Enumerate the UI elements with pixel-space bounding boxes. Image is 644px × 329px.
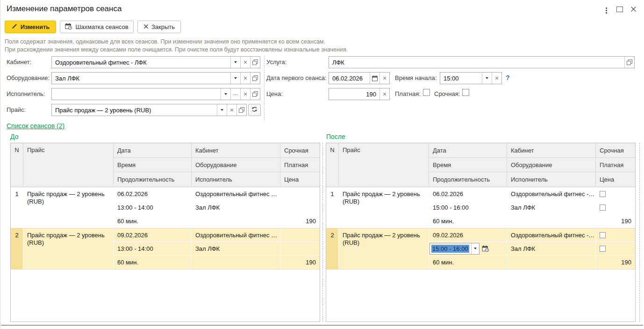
cell-equipment[interactable]: Зал ЛФК (507, 201, 596, 214)
paid-checkbox[interactable] (600, 205, 606, 211)
dropdown-icon[interactable] (471, 243, 479, 254)
equipment-value[interactable]: Зал ЛФК (52, 73, 230, 84)
cell-performer[interactable] (507, 214, 596, 228)
selected-text[interactable]: 15:00 - 16:00 (431, 245, 469, 253)
cell-urgent[interactable] (280, 187, 320, 201)
cell-row-number[interactable]: 1 (326, 187, 339, 228)
clear-icon[interactable]: × (492, 73, 501, 84)
cell-performer[interactable] (507, 256, 596, 269)
cell-row-number[interactable]: 1 (11, 187, 23, 228)
close-window-icon[interactable] (630, 6, 637, 13)
clear-icon[interactable]: × (240, 57, 250, 68)
cell-date[interactable]: 06.02.2026 (114, 187, 192, 201)
price-value[interactable]: 190 (329, 88, 379, 100)
cabinet-field[interactable]: Оздоровительный фитнес - ЛФК × (51, 56, 260, 68)
time-range-editor[interactable]: 15:00 - 16:00 (429, 242, 507, 255)
open-form-icon[interactable] (624, 57, 634, 68)
cell-equipment[interactable]: Зал ЛФК (192, 201, 280, 214)
cell-duration[interactable]: 60 мин. (114, 214, 192, 228)
cell-price-list[interactable]: Прайс продаж — 2 уровень (RUB) (339, 228, 429, 269)
cell-room[interactable]: Оздоровительный фитнес … (192, 228, 280, 242)
more-menu-icon[interactable] (602, 5, 610, 15)
first-date-value[interactable]: 06.02.2026 (329, 73, 370, 84)
maximize-icon[interactable] (616, 7, 623, 12)
cell-price-list[interactable]: Прайс продаж — 2 уровень (RUB) (23, 228, 114, 269)
cell-cost[interactable]: 190 (596, 256, 635, 269)
performer-value[interactable] (52, 88, 221, 100)
service-field[interactable]: ЛФК (329, 56, 635, 68)
cell-performer[interactable] (192, 214, 280, 228)
cell-row-number[interactable]: 2 (11, 228, 23, 269)
cell-performer[interactable] (192, 256, 280, 269)
close-button[interactable]: Закрыть (137, 21, 181, 33)
start-time-value[interactable]: 15:00 (440, 73, 482, 84)
cell-time[interactable]: 15:00 - 16:00 (429, 201, 507, 214)
help-icon[interactable]: ? (506, 74, 510, 81)
session-grid-button[interactable]: Шахматка сеансов (60, 21, 134, 33)
time-range-input[interactable]: 15:00 - 16:00 (429, 243, 479, 255)
performer-field[interactable]: ... × (51, 88, 260, 100)
urgent-checkbox[interactable] (462, 89, 469, 96)
paid-checkbox[interactable] (423, 89, 430, 96)
cell-cost[interactable]: 190 (280, 256, 320, 269)
cell-cost[interactable]: 190 (280, 214, 320, 228)
urgent-checkbox[interactable] (600, 191, 606, 197)
dropdown-icon[interactable] (230, 73, 240, 84)
cell-room[interactable]: Оздоровительный фитнес -… (507, 187, 596, 201)
table-row-selected[interactable]: 2 Прайс продаж — 2 уровень (RUB) 09.02.2… (326, 228, 635, 270)
cell-urgent[interactable] (596, 187, 635, 201)
urgent-checkbox[interactable] (600, 232, 606, 238)
dropdown-icon[interactable] (221, 88, 230, 100)
price-field[interactable]: 190 × (329, 88, 390, 100)
form-splitter[interactable] (264, 56, 265, 120)
cell-date[interactable]: 06.02.2026 (429, 187, 507, 201)
open-form-icon[interactable] (250, 73, 260, 84)
right-splitter[interactable] (639, 143, 640, 322)
clear-icon[interactable]: × (240, 73, 250, 84)
table-row[interactable]: 1 Прайс продаж — 2 уровень (RUB) 06.02.2… (326, 187, 635, 228)
paid-checkbox[interactable] (600, 246, 606, 252)
calendar-icon[interactable] (370, 73, 379, 84)
cell-duration[interactable]: 60 мин. (114, 256, 192, 269)
cell-paid[interactable] (596, 242, 635, 256)
cell-equipment[interactable]: Зал ЛФК (507, 242, 596, 256)
refresh-button[interactable] (248, 104, 261, 116)
cell-urgent[interactable] (596, 228, 635, 242)
cabinet-value[interactable]: Оздоровительный фитнес - ЛФК (52, 57, 230, 68)
cell-time[interactable]: 13:00 - 14:00 (114, 242, 192, 256)
cell-price-list[interactable]: Прайс продаж — 2 уровень (RUB) (339, 187, 429, 228)
ellipsis-icon[interactable]: ... (230, 88, 240, 100)
clear-icon[interactable]: × (379, 73, 389, 84)
clear-icon[interactable]: × (240, 88, 250, 100)
cell-equipment[interactable]: Зал ЛФК (192, 242, 280, 256)
cell-cost[interactable]: 190 (596, 214, 635, 228)
cell-paid[interactable] (596, 201, 635, 214)
cell-price-list[interactable]: Прайс продаж — 2 уровень (RUB) (23, 187, 114, 228)
table-row[interactable]: 1 Прайс продаж — 2 уровень (RUB) 06.02.2… (11, 187, 320, 228)
calendar-clock-icon[interactable] (480, 243, 491, 255)
open-form-icon[interactable] (236, 104, 246, 116)
cell-time[interactable]: 13:00 - 14:00 (114, 201, 192, 214)
service-value[interactable]: ЛФК (329, 57, 624, 68)
cell-room[interactable]: Оздоровительный фитнес -… (507, 228, 596, 242)
first-date-field[interactable]: 06.02.2026 × (329, 72, 390, 84)
table-row-selected[interactable]: 2 Прайс продаж — 2 уровень (RUB) 09.02.2… (11, 228, 320, 270)
open-form-icon[interactable] (250, 57, 260, 68)
cell-paid[interactable] (280, 201, 320, 214)
cell-date[interactable]: 09.02.2026 (429, 228, 507, 242)
clear-icon[interactable]: × (379, 88, 389, 100)
edit-button[interactable]: Изменить (5, 21, 56, 33)
equipment-field[interactable]: Зал ЛФК × (51, 72, 260, 84)
pricelist-value[interactable]: Прайс продаж — 2 уровень (RUB) (52, 104, 217, 116)
tables-splitter[interactable] (322, 143, 323, 322)
open-form-icon[interactable] (250, 88, 260, 100)
dropdown-icon[interactable] (230, 57, 240, 68)
cell-urgent[interactable] (280, 228, 320, 242)
dropdown-icon[interactable] (217, 104, 227, 116)
sessions-list-link[interactable]: Список сеансов (2) (7, 122, 64, 130)
dropdown-icon[interactable] (482, 73, 492, 84)
cell-duration[interactable]: 60 мин. (429, 256, 507, 269)
cell-paid[interactable] (280, 242, 320, 256)
cell-duration[interactable]: 60 мин. (429, 214, 507, 228)
pricelist-field[interactable]: Прайс продаж — 2 уровень (RUB) × (51, 104, 247, 116)
